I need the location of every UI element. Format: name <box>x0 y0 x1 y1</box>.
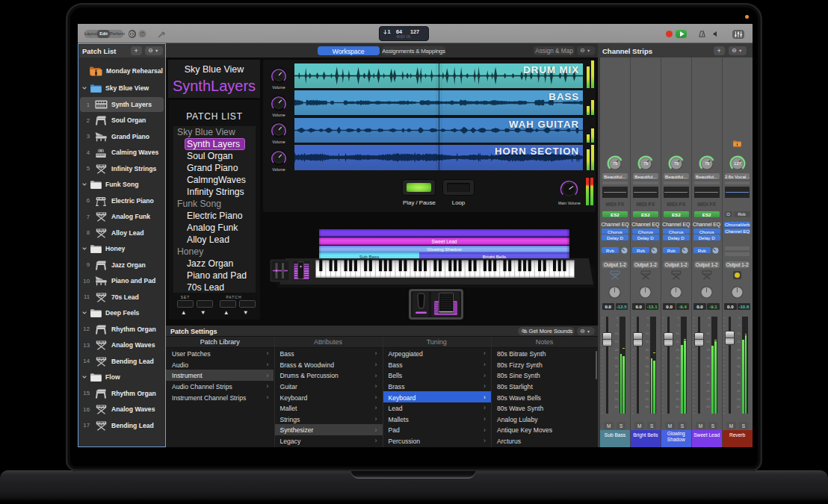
svg-text:79: 79 <box>674 161 679 166</box>
svg-text:79: 79 <box>643 161 648 166</box>
svg-text:79: 79 <box>705 161 709 166</box>
svg-text:79: 79 <box>613 161 617 166</box>
svg-text:127: 127 <box>734 161 741 166</box>
